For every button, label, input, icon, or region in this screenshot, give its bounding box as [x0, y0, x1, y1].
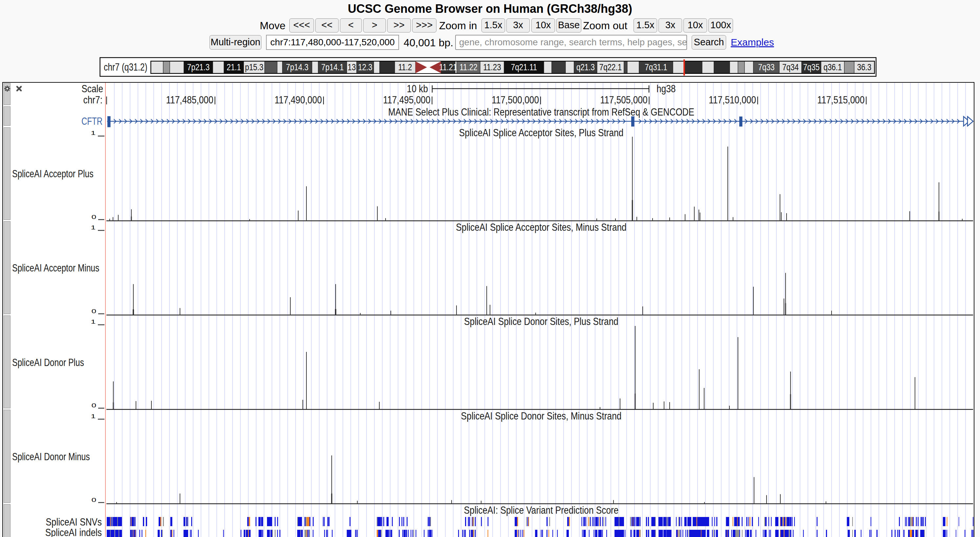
svg-text:SpliceAI Donor Plus: SpliceAI Donor Plus — [12, 357, 84, 368]
svg-text:117,505,000: 117,505,000 — [600, 94, 648, 106]
svg-text:117,510,000: 117,510,000 — [709, 94, 756, 106]
svg-text:SpliceAI indels: SpliceAI indels — [45, 527, 102, 537]
svg-text:SpliceAI SNVs: SpliceAI SNVs — [46, 516, 102, 528]
svg-text:0: 0 — [91, 308, 96, 314]
svg-text:117,495,000: 117,495,000 — [383, 94, 431, 106]
svg-text:0: 0 — [91, 497, 96, 503]
svg-text:Scale: Scale — [81, 83, 103, 95]
svg-text:SpliceAI Splice Donor Sites, M: SpliceAI Splice Donor Sites, Minus Stran… — [461, 410, 622, 422]
svg-text:SpliceAI: Splice Variant Predi: SpliceAI: Splice Variant Prediction Scor… — [464, 505, 619, 516]
svg-text:117,490,000: 117,490,000 — [275, 94, 322, 106]
svg-text:1: 1 — [91, 130, 95, 136]
svg-text:CFTR: CFTR — [81, 116, 102, 127]
svg-text:chr7:: chr7: — [83, 94, 102, 106]
svg-text:0: 0 — [91, 403, 96, 408]
svg-text:1: 1 — [91, 225, 95, 230]
svg-text:117,500,000: 117,500,000 — [492, 94, 539, 106]
svg-text:1: 1 — [91, 319, 95, 325]
svg-text:1: 1 — [91, 413, 95, 419]
svg-text:10 kb: 10 kb — [407, 83, 428, 95]
svg-text:SpliceAI Donor Minus: SpliceAI Donor Minus — [12, 451, 90, 462]
svg-text:hg38: hg38 — [657, 83, 676, 95]
svg-text:117,485,000: 117,485,000 — [166, 94, 213, 106]
svg-text:117,515,000: 117,515,000 — [818, 94, 865, 106]
svg-text:SpliceAI Splice Acceptor Sites: SpliceAI Splice Acceptor Sites, Minus St… — [456, 222, 626, 233]
svg-text:SpliceAI Splice Acceptor Sites: SpliceAI Splice Acceptor Sites, Plus Str… — [459, 127, 624, 138]
svg-text:SpliceAI Splice Donor Sites, P: SpliceAI Splice Donor Sites, Plus Strand — [464, 316, 619, 327]
svg-text:MANE Select Plus Clinical: Rep: MANE Select Plus Clinical: Representativ… — [388, 106, 694, 118]
svg-text:0: 0 — [91, 214, 96, 220]
svg-text:SpliceAI Acceptor Minus: SpliceAI Acceptor Minus — [12, 262, 99, 274]
svg-text:SpliceAI Acceptor Plus: SpliceAI Acceptor Plus — [12, 168, 94, 180]
